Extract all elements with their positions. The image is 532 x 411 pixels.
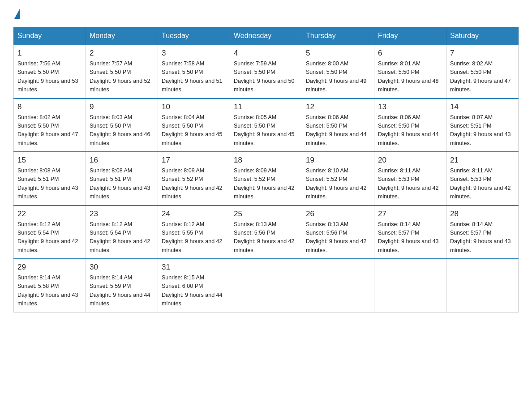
weekday-header-saturday: Saturday bbox=[446, 27, 519, 45]
calendar-cell bbox=[302, 259, 374, 312]
calendar-cell bbox=[446, 259, 519, 312]
day-number: 22 bbox=[17, 210, 82, 218]
day-number: 27 bbox=[378, 210, 442, 218]
calendar-cell: 24 Sunrise: 8:12 AMSunset: 5:55 PMDaylig… bbox=[158, 206, 230, 259]
calendar-cell: 15 Sunrise: 8:08 AMSunset: 5:51 PMDaylig… bbox=[14, 152, 86, 206]
weekday-header-monday: Monday bbox=[86, 27, 158, 45]
calendar-cell bbox=[374, 259, 446, 312]
weekday-header-friday: Friday bbox=[374, 27, 446, 45]
calendar-cell: 31 Sunrise: 8:15 AMSunset: 6:00 PMDaylig… bbox=[158, 259, 230, 312]
calendar-cell: 29 Sunrise: 8:14 AMSunset: 5:58 PMDaylig… bbox=[14, 259, 86, 312]
day-info: Sunrise: 8:03 AMSunset: 5:50 PMDaylight:… bbox=[90, 113, 154, 148]
day-info: Sunrise: 7:59 AMSunset: 5:50 PMDaylight:… bbox=[234, 60, 298, 94]
day-info: Sunrise: 8:11 AMSunset: 5:53 PMDaylight:… bbox=[378, 167, 442, 201]
calendar-cell: 5 Sunrise: 8:00 AMSunset: 5:50 PMDayligh… bbox=[302, 45, 374, 98]
day-info: Sunrise: 8:06 AMSunset: 5:50 PMDaylight:… bbox=[306, 113, 370, 148]
day-info: Sunrise: 8:12 AMSunset: 5:54 PMDaylight:… bbox=[90, 220, 154, 255]
day-number: 16 bbox=[90, 156, 154, 165]
day-info: Sunrise: 8:12 AMSunset: 5:54 PMDaylight:… bbox=[17, 220, 82, 255]
day-info: Sunrise: 8:11 AMSunset: 5:53 PMDaylight:… bbox=[450, 167, 515, 201]
day-number: 9 bbox=[90, 103, 154, 111]
calendar-cell: 19 Sunrise: 8:10 AMSunset: 5:52 PMDaylig… bbox=[302, 152, 374, 206]
day-info: Sunrise: 8:10 AMSunset: 5:52 PMDaylight:… bbox=[306, 167, 370, 201]
day-info: Sunrise: 8:14 AMSunset: 5:58 PMDaylight:… bbox=[17, 274, 82, 308]
calendar-cell: 23 Sunrise: 8:12 AMSunset: 5:54 PMDaylig… bbox=[86, 206, 158, 259]
day-number: 18 bbox=[234, 156, 298, 165]
day-number: 5 bbox=[306, 49, 370, 58]
day-info: Sunrise: 8:09 AMSunset: 5:52 PMDaylight:… bbox=[162, 167, 226, 201]
calendar-cell: 22 Sunrise: 8:12 AMSunset: 5:54 PMDaylig… bbox=[14, 206, 86, 259]
day-info: Sunrise: 8:15 AMSunset: 6:00 PMDaylight:… bbox=[162, 274, 226, 308]
calendar-cell: 8 Sunrise: 8:02 AMSunset: 5:50 PMDayligh… bbox=[14, 98, 86, 152]
day-number: 4 bbox=[234, 49, 298, 58]
calendar-table: SundayMondayTuesdayWednesdayThursdayFrid… bbox=[13, 27, 519, 313]
calendar-cell: 7 Sunrise: 8:02 AMSunset: 5:50 PMDayligh… bbox=[446, 45, 519, 98]
day-info: Sunrise: 8:14 AMSunset: 5:57 PMDaylight:… bbox=[450, 220, 515, 255]
page-header bbox=[13, 9, 519, 18]
calendar-cell: 20 Sunrise: 8:11 AMSunset: 5:53 PMDaylig… bbox=[374, 152, 446, 206]
calendar-cell: 30 Sunrise: 8:14 AMSunset: 5:59 PMDaylig… bbox=[86, 259, 158, 312]
day-number: 12 bbox=[306, 103, 370, 111]
calendar-cell: 25 Sunrise: 8:13 AMSunset: 5:56 PMDaylig… bbox=[230, 206, 302, 259]
day-info: Sunrise: 7:57 AMSunset: 5:50 PMDaylight:… bbox=[90, 60, 154, 94]
calendar-cell: 27 Sunrise: 8:14 AMSunset: 5:57 PMDaylig… bbox=[374, 206, 446, 259]
calendar-cell: 14 Sunrise: 8:07 AMSunset: 5:51 PMDaylig… bbox=[446, 98, 519, 152]
day-number: 20 bbox=[378, 156, 442, 165]
day-info: Sunrise: 8:02 AMSunset: 5:50 PMDaylight:… bbox=[17, 113, 82, 148]
day-number: 7 bbox=[450, 49, 515, 58]
day-number: 15 bbox=[17, 156, 82, 165]
calendar-cell: 11 Sunrise: 8:05 AMSunset: 5:50 PMDaylig… bbox=[230, 98, 302, 152]
logo bbox=[13, 9, 20, 18]
day-number: 1 bbox=[17, 49, 82, 58]
day-number: 26 bbox=[306, 210, 370, 218]
calendar-cell: 12 Sunrise: 8:06 AMSunset: 5:50 PMDaylig… bbox=[302, 98, 374, 152]
day-number: 28 bbox=[450, 210, 515, 218]
day-number: 11 bbox=[234, 103, 298, 111]
day-number: 19 bbox=[306, 156, 370, 165]
day-number: 10 bbox=[162, 103, 226, 111]
day-info: Sunrise: 8:04 AMSunset: 5:50 PMDaylight:… bbox=[162, 113, 226, 148]
day-info: Sunrise: 7:56 AMSunset: 5:50 PMDaylight:… bbox=[17, 60, 82, 94]
weekday-header-sunday: Sunday bbox=[14, 27, 86, 45]
calendar-cell: 17 Sunrise: 8:09 AMSunset: 5:52 PMDaylig… bbox=[158, 152, 230, 206]
calendar-cell: 3 Sunrise: 7:58 AMSunset: 5:50 PMDayligh… bbox=[158, 45, 230, 98]
calendar-cell: 4 Sunrise: 7:59 AMSunset: 5:50 PMDayligh… bbox=[230, 45, 302, 98]
day-number: 13 bbox=[378, 103, 442, 111]
day-number: 14 bbox=[450, 103, 515, 111]
day-info: Sunrise: 8:13 AMSunset: 5:56 PMDaylight:… bbox=[234, 220, 298, 255]
calendar-cell: 16 Sunrise: 8:08 AMSunset: 5:51 PMDaylig… bbox=[86, 152, 158, 206]
day-info: Sunrise: 7:58 AMSunset: 5:50 PMDaylight:… bbox=[162, 60, 226, 94]
day-number: 17 bbox=[162, 156, 226, 165]
calendar-cell: 6 Sunrise: 8:01 AMSunset: 5:50 PMDayligh… bbox=[374, 45, 446, 98]
day-number: 23 bbox=[90, 210, 154, 218]
day-info: Sunrise: 8:00 AMSunset: 5:50 PMDaylight:… bbox=[306, 60, 370, 94]
day-info: Sunrise: 8:13 AMSunset: 5:56 PMDaylight:… bbox=[306, 220, 370, 255]
calendar-cell bbox=[230, 259, 302, 312]
calendar-cell: 26 Sunrise: 8:13 AMSunset: 5:56 PMDaylig… bbox=[302, 206, 374, 259]
weekday-header-tuesday: Tuesday bbox=[158, 27, 230, 45]
day-info: Sunrise: 8:08 AMSunset: 5:51 PMDaylight:… bbox=[90, 167, 154, 201]
day-info: Sunrise: 8:09 AMSunset: 5:52 PMDaylight:… bbox=[234, 167, 298, 201]
weekday-header-thursday: Thursday bbox=[302, 27, 374, 45]
day-info: Sunrise: 8:06 AMSunset: 5:50 PMDaylight:… bbox=[378, 113, 442, 148]
day-info: Sunrise: 8:01 AMSunset: 5:50 PMDaylight:… bbox=[378, 60, 442, 94]
day-number: 6 bbox=[378, 49, 442, 58]
day-number: 21 bbox=[450, 156, 515, 165]
calendar-cell: 9 Sunrise: 8:03 AMSunset: 5:50 PMDayligh… bbox=[86, 98, 158, 152]
logo-triangle-icon bbox=[14, 9, 20, 19]
weekday-header-wednesday: Wednesday bbox=[230, 27, 302, 45]
day-number: 8 bbox=[17, 103, 82, 111]
calendar-cell: 21 Sunrise: 8:11 AMSunset: 5:53 PMDaylig… bbox=[446, 152, 519, 206]
calendar-cell: 13 Sunrise: 8:06 AMSunset: 5:50 PMDaylig… bbox=[374, 98, 446, 152]
day-number: 29 bbox=[17, 263, 82, 272]
day-info: Sunrise: 8:14 AMSunset: 5:59 PMDaylight:… bbox=[90, 274, 154, 308]
calendar-cell: 28 Sunrise: 8:14 AMSunset: 5:57 PMDaylig… bbox=[446, 206, 519, 259]
day-number: 24 bbox=[162, 210, 226, 218]
day-info: Sunrise: 8:07 AMSunset: 5:51 PMDaylight:… bbox=[450, 113, 515, 148]
day-number: 30 bbox=[90, 263, 154, 272]
day-number: 31 bbox=[162, 263, 226, 272]
calendar-cell: 2 Sunrise: 7:57 AMSunset: 5:50 PMDayligh… bbox=[86, 45, 158, 98]
day-number: 25 bbox=[234, 210, 298, 218]
day-info: Sunrise: 8:08 AMSunset: 5:51 PMDaylight:… bbox=[17, 167, 82, 201]
day-info: Sunrise: 8:02 AMSunset: 5:50 PMDaylight:… bbox=[450, 60, 515, 94]
